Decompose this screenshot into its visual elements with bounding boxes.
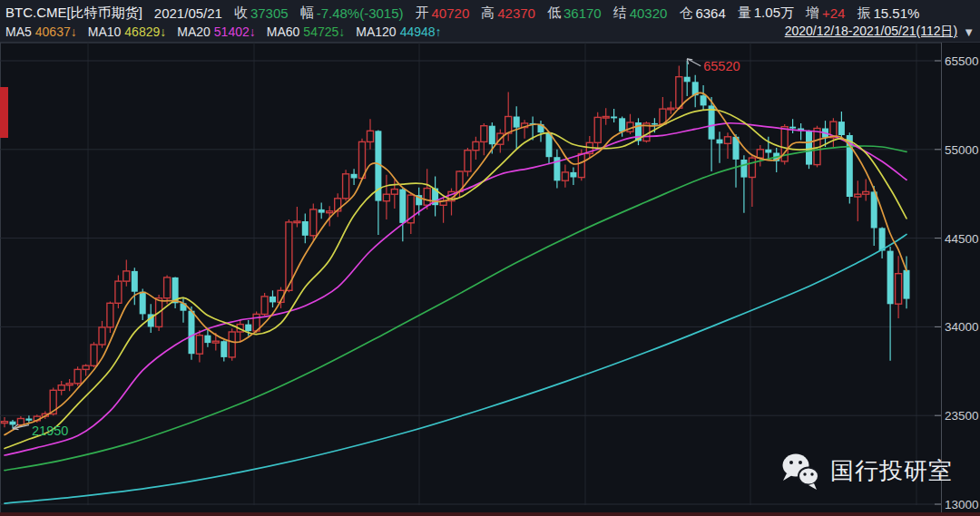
field-label: 量 — [738, 5, 751, 22]
price-annotations: 6552021950 — [13, 59, 740, 438]
quote-field-振: 振15.51% — [857, 5, 919, 22]
ma-value: 46829↓ — [124, 24, 166, 39]
field-label: 振 — [857, 5, 870, 22]
date-range-label[interactable]: 2020/12/18-2021/05/21(112日) — [785, 24, 957, 40]
quote-field-高: 高42370 — [481, 5, 535, 22]
ma-item-ma20: MA2051402↓ — [177, 24, 256, 39]
quote-field-结: 结40320 — [613, 5, 668, 22]
quote-field-量: 量1.05万 — [738, 5, 794, 22]
field-value: 42370 — [497, 5, 535, 21]
ma-items: MA540637↓MA1046829↓MA2051402↓MA6054725↓M… — [5, 24, 442, 39]
ma-label: MA10 — [88, 24, 122, 39]
trading-app-window: 6550055000445003400023500130006552021950… — [0, 0, 980, 516]
instrument-symbol: BTC.CME[比特币期货] — [5, 5, 142, 22]
candlestick-chart[interactable]: 6550055000445003400023500130006552021950 — [0, 0, 980, 516]
field-value: 37305 — [250, 5, 289, 21]
ma-value: 51402↓ — [214, 24, 256, 39]
field-value: +24 — [822, 5, 845, 21]
quote-fields: 收37305幅-7.48%(-3015)开40720高42370低36170结4… — [234, 5, 919, 22]
svg-text:44500: 44500 — [945, 232, 979, 246]
field-value: 6364 — [695, 5, 725, 21]
watermark-text: 国行投研室 — [830, 455, 953, 487]
field-value: -7.48%(-3015) — [317, 5, 404, 21]
field-value: 40720 — [432, 5, 470, 21]
field-label: 仓 — [679, 5, 692, 22]
ma-line-ma120 — [5, 234, 906, 503]
field-value: 1.05万 — [754, 5, 794, 22]
field-value: 40320 — [630, 5, 668, 21]
grid — [0, 43, 941, 516]
field-label: 增 — [806, 5, 819, 22]
ma-value: 44948↑ — [400, 24, 442, 39]
field-label: 低 — [547, 5, 561, 22]
ma-label: MA120 — [356, 24, 396, 39]
date-range-selector[interactable]: 2020/12/18-2021/05/21(112日) ▼ — [785, 24, 975, 40]
watermark: 国行投研室 — [780, 448, 953, 493]
ma-indicator-bar: MA540637↓MA1046829↓MA2051402↓MA6054725↓M… — [0, 22, 980, 43]
quote-field-仓: 仓6364 — [679, 5, 725, 22]
field-label: 收 — [234, 5, 248, 22]
candles — [2, 61, 910, 429]
ma-line-ma20 — [5, 123, 906, 455]
ma-label: MA20 — [177, 24, 211, 39]
ma-item-ma120: MA12044948↑ — [356, 24, 441, 39]
quote-field-低: 低36170 — [547, 5, 602, 22]
field-value: 15.51% — [873, 5, 919, 21]
left-edge-marker — [0, 87, 8, 138]
chevron-down-icon[interactable]: ▼ — [963, 26, 975, 38]
high-price-label: 65520 — [703, 59, 740, 73]
ma-item-ma60: MA6054725↓ — [267, 24, 346, 39]
field-label: 幅 — [300, 5, 314, 22]
svg-text:65500: 65500 — [945, 54, 979, 68]
quote-field-收: 收37305 — [234, 5, 289, 22]
svg-text:23500: 23500 — [945, 409, 979, 423]
field-label: 开 — [416, 5, 429, 22]
low-price-label: 21950 — [32, 424, 68, 438]
ma-item-ma5: MA540637↓ — [5, 24, 77, 39]
field-label: 高 — [481, 5, 495, 22]
quote-field-幅: 幅-7.48%(-3015) — [300, 5, 404, 22]
ma-label: MA60 — [267, 24, 300, 39]
ma-item-ma10: MA1046829↓ — [88, 24, 167, 39]
wechat-icon — [780, 448, 822, 493]
ma-line-ma5 — [5, 92, 906, 434]
svg-text:55000: 55000 — [945, 143, 979, 157]
svg-text:34000: 34000 — [945, 320, 979, 334]
y-axis: 655005500044500340002350013000 — [935, 43, 979, 516]
field-value: 36170 — [564, 5, 602, 21]
field-label: 结 — [613, 5, 627, 22]
quote-field-开: 开40720 — [416, 5, 470, 22]
quote-field-增: 增+24 — [806, 5, 845, 22]
ma-label: MA5 — [5, 24, 32, 39]
quote-date: 2021/05/21 — [154, 5, 222, 21]
quote-title-bar: BTC.CME[比特币期货] 2021/05/21 收37305幅-7.48%(… — [0, 0, 980, 24]
ma-value: 54725↓ — [303, 24, 345, 39]
bottom-strip — [0, 512, 980, 516]
ma-value: 40637↓ — [35, 24, 77, 39]
svg-text:13000: 13000 — [945, 498, 979, 511]
